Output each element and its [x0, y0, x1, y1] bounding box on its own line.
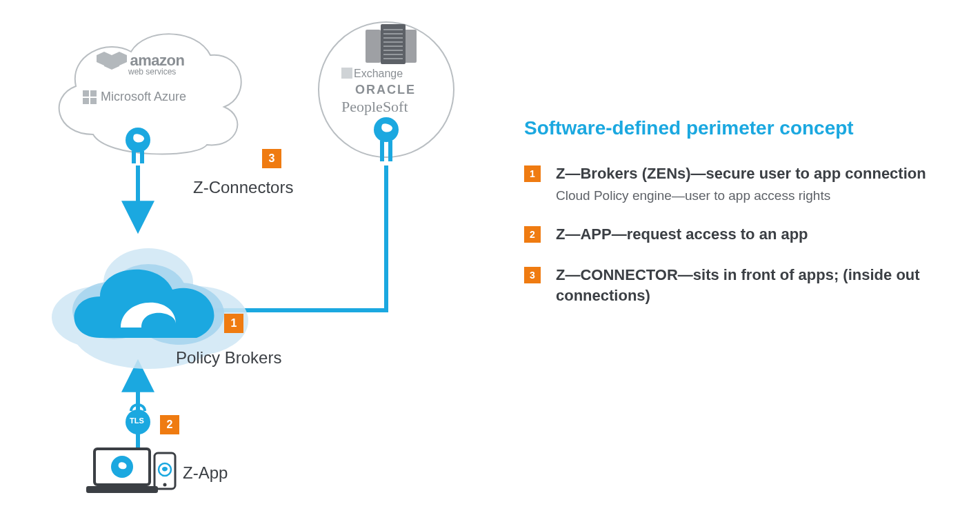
svg-rect-25: [380, 141, 384, 161]
item-1-sub: Cloud Policy engine—user to app access r…: [556, 188, 926, 203]
zconnector-left-icon: [123, 128, 153, 166]
diagram-badge-2: 2: [160, 415, 179, 434]
item-1-title: Z—Brokers (ZENs)—secure user to app conn…: [556, 163, 926, 184]
zconnectors-label: Z-Connectors: [193, 178, 293, 197]
diagram-badge-1: 1: [224, 314, 243, 333]
aws-subtext: web services: [128, 67, 184, 77]
item-2-title: Z—APP—request access to an app: [556, 224, 808, 245]
servers-icon: [366, 24, 421, 66]
item-3-title: Z—CONNECTOR—sits in front of apps; (insi…: [556, 265, 938, 305]
concept-item-2: 2 Z—APP—request access to an app: [524, 224, 938, 245]
exchange-text: Exchange: [341, 68, 403, 80]
windows-icon: [83, 90, 97, 104]
svg-rect-6: [90, 90, 97, 97]
svg-rect-7: [83, 98, 89, 104]
architecture-diagram: amazon web services Microsoft Azure: [0, 0, 497, 513]
zapp-label: Z-App: [183, 463, 228, 483]
concept-item-3: 3 Z—CONNECTOR—sits in front of apps; (in…: [524, 265, 938, 305]
badge-1: 1: [524, 165, 541, 182]
badge-2: 2: [524, 226, 541, 243]
tls-text: TLS: [130, 416, 144, 425]
svg-rect-13: [366, 30, 381, 63]
panel-title: Software-defined perimeter concept: [524, 117, 938, 139]
concept-item-1: 1 Z—Brokers (ZENs)—secure user to app co…: [524, 163, 938, 203]
peoplesoft-text: PeopleSoft: [341, 98, 408, 116]
oracle-text: ORACLE: [355, 83, 416, 97]
azure-logo: Microsoft Azure: [83, 90, 186, 104]
aws-logo: amazon web services: [97, 52, 184, 77]
phone-icon: [153, 452, 177, 492]
svg-rect-26: [388, 141, 392, 161]
policybrokers-label: Policy Brokers: [176, 348, 281, 368]
aws-boxes-icon: [97, 52, 127, 70]
concept-panel: Software-defined perimeter concept 1 Z—B…: [524, 117, 938, 327]
svg-rect-8: [90, 98, 97, 104]
svg-point-40: [163, 483, 167, 487]
zconnector-right-icon: [371, 117, 401, 165]
svg-rect-11: [140, 151, 144, 163]
svg-rect-5: [83, 90, 89, 97]
diagram-badge-3: 3: [262, 149, 281, 168]
badge-3: 3: [524, 267, 541, 283]
svg-rect-15: [381, 24, 406, 64]
azure-text: Microsoft Azure: [101, 90, 186, 104]
svg-rect-36: [86, 486, 158, 493]
svg-rect-10: [132, 151, 136, 163]
